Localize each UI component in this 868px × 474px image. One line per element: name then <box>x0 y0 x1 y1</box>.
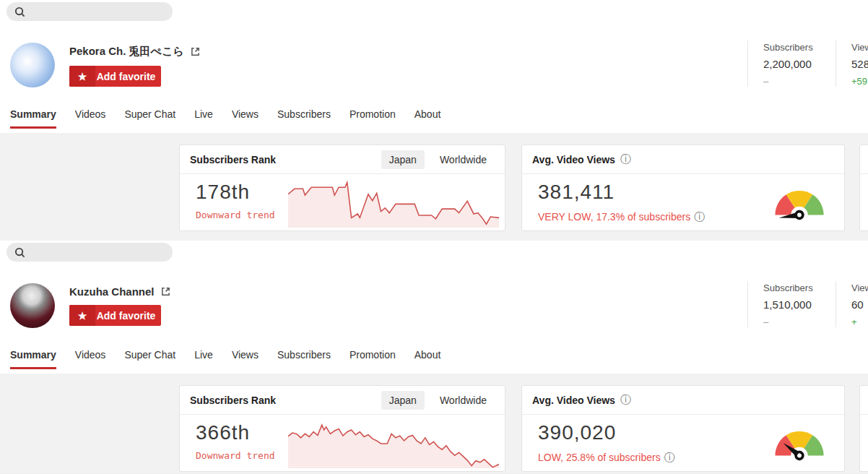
summary-cards-area: Subscribers Rank Japan Worldwide 366th D… <box>0 374 868 474</box>
tab-views[interactable]: Views <box>232 108 259 129</box>
stat-delta: – <box>763 76 821 87</box>
tab-summary[interactable]: Summary <box>10 108 56 129</box>
avg-video-views-card: Avg. Video Views ⓘ 381,411 VERY LOW, 17.… <box>521 145 845 231</box>
tab-subscribers[interactable]: Subscribers <box>277 108 331 129</box>
performance-gauge-icon <box>769 178 830 225</box>
channel-section-1: Pekora Ch. 兎田ぺこら ★ Add favorite Subscrib… <box>0 0 868 241</box>
avg-video-views-card: Avg. Video Views ⓘ 390,020 LOW, 25.8% of… <box>521 385 845 472</box>
trend-label: Downward trend <box>196 450 275 461</box>
tab-videos[interactable]: Videos <box>75 108 106 129</box>
tab-promotion[interactable]: Promotion <box>350 349 396 369</box>
subscribers-rank-card: Subscribers Rank Japan Worldwide 178th D… <box>179 145 505 231</box>
channel-header: Kuzuha Channel ★ Add favorite Subscriber… <box>0 272 868 345</box>
channel-tabs: Summary Videos Super Chat Live Views Sub… <box>10 349 440 369</box>
tab-views[interactable]: Views <box>232 349 259 369</box>
stat-value: 1,510,000 <box>763 298 821 311</box>
stat-label: Views <box>851 283 868 293</box>
tab-summary[interactable]: Summary <box>10 349 56 369</box>
views-status-label: VERY LOW, 17.3% of subscribersⓘ <box>538 210 705 224</box>
card-title: Avg. Video Views <box>532 154 615 165</box>
tab-super-chat[interactable]: Super Chat <box>124 108 175 129</box>
stat-subscribers: Subscribers 2,200,000 – <box>747 40 836 87</box>
subscribers-rank-card: Subscribers Rank Japan Worldwide 366th D… <box>179 385 505 472</box>
summary-cards-area: Subscribers Rank Japan Worldwide 178th D… <box>0 133 868 244</box>
star-icon: ★ <box>69 66 95 87</box>
stat-delta: + <box>851 316 868 327</box>
stat-delta: – <box>763 316 821 327</box>
external-link-icon[interactable] <box>161 287 170 296</box>
card-title: Subscribers Rank <box>190 154 276 165</box>
region-tab-worldwide[interactable]: Worldwide <box>432 391 495 410</box>
search-icon <box>14 7 25 17</box>
tab-about[interactable]: About <box>415 349 441 369</box>
card-title: Avg. Video Views <box>532 395 615 406</box>
stat-subscribers: Subscribers 1,510,000 – <box>747 281 836 327</box>
info-icon[interactable]: ⓘ <box>620 393 631 407</box>
search-input[interactable] <box>6 2 173 21</box>
info-icon[interactable]: ⓘ <box>694 210 705 223</box>
search-row <box>0 0 868 33</box>
channel-name: Pekora Ch. 兎田ぺこら <box>69 45 184 59</box>
external-link-icon[interactable] <box>191 47 200 56</box>
trend-label: Downward trend <box>196 210 275 220</box>
performance-gauge-icon <box>769 418 830 466</box>
channel-stats: Subscribers 2,200,000 – Views 528 +59 <box>747 40 868 87</box>
avg-views-value: 390,020 <box>538 421 616 444</box>
channel-name: Kuzuha Channel <box>69 285 155 298</box>
next-card-edge <box>859 385 868 472</box>
tab-super-chat[interactable]: Super Chat <box>124 349 175 369</box>
star-icon: ★ <box>69 305 95 326</box>
channel-section-2: Kuzuha Channel ★ Add favorite Subscriber… <box>0 241 868 474</box>
stat-views: Views 528 +59 <box>836 40 868 87</box>
search-row <box>0 241 868 273</box>
info-icon[interactable]: ⓘ <box>664 451 675 463</box>
stat-value: 2,200,000 <box>763 58 821 70</box>
stat-label: Views <box>851 42 868 53</box>
stat-value: 528 <box>851 58 868 70</box>
rank-sparkline-chart <box>288 178 499 228</box>
tab-subscribers[interactable]: Subscribers <box>277 349 331 369</box>
stat-delta: +59 <box>851 76 868 87</box>
avg-views-value: 381,411 <box>538 181 615 204</box>
tab-videos[interactable]: Videos <box>75 349 106 369</box>
region-tab-worldwide[interactable]: Worldwide <box>432 150 495 169</box>
rank-value: 178th <box>196 181 250 204</box>
channel-avatar[interactable] <box>10 283 55 328</box>
channel-tabs: Summary Videos Super Chat Live Views Sub… <box>10 108 440 129</box>
tab-promotion[interactable]: Promotion <box>350 108 396 129</box>
add-favorite-button[interactable]: ★ Add favorite <box>69 66 161 87</box>
add-favorite-label: Add favorite <box>95 310 161 322</box>
channel-avatar[interactable] <box>10 43 55 87</box>
add-favorite-label: Add favorite <box>95 71 161 82</box>
tab-about[interactable]: About <box>415 108 441 129</box>
views-status-label: LOW, 25.8% of subscribersⓘ <box>538 451 675 465</box>
tab-live[interactable]: Live <box>194 108 213 129</box>
tab-live[interactable]: Live <box>194 349 213 369</box>
rank-value: 366th <box>196 421 250 444</box>
add-favorite-button[interactable]: ★ Add favorite <box>69 305 161 326</box>
region-tab-japan[interactable]: Japan <box>381 391 425 410</box>
info-icon[interactable]: ⓘ <box>620 152 631 166</box>
region-toggle: Japan Worldwide <box>381 150 495 169</box>
stat-views: Views 60 + <box>836 281 868 327</box>
region-tab-japan[interactable]: Japan <box>381 150 425 169</box>
stat-label: Subscribers <box>763 42 821 53</box>
card-title: Subscribers Rank <box>190 395 276 406</box>
rank-sparkline-chart <box>288 419 499 468</box>
search-icon <box>14 247 25 258</box>
region-toggle: Japan Worldwide <box>381 391 495 410</box>
search-input[interactable] <box>6 243 173 262</box>
channel-stats: Subscribers 1,510,000 – Views 60 + <box>747 281 868 327</box>
stat-label: Subscribers <box>763 283 821 293</box>
next-card-edge <box>859 145 868 231</box>
stat-value: 60 <box>851 298 868 311</box>
channel-header: Pekora Ch. 兎田ぺこら ★ Add favorite Subscrib… <box>0 32 868 105</box>
